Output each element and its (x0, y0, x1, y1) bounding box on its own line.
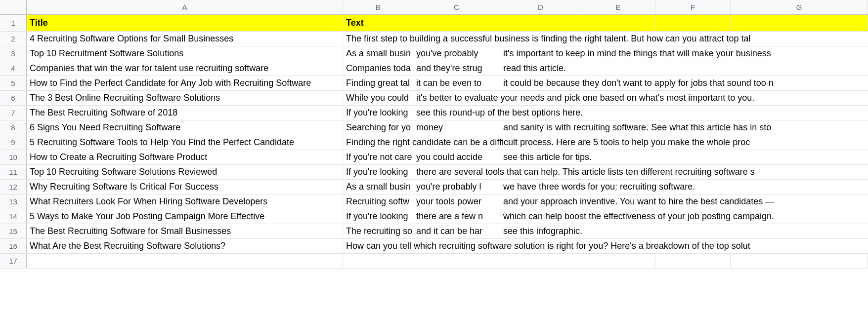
cell[interactable] (343, 254, 413, 268)
cell[interactable]: What Are the Best Recruiting Software So… (27, 239, 343, 253)
row-header[interactable]: 16 (0, 239, 27, 253)
col-header-C[interactable]: C (413, 0, 500, 14)
row-header[interactable]: 7 (0, 106, 27, 120)
row-header[interactable]: 4 (0, 61, 27, 76)
cell[interactable] (500, 15, 581, 31)
cell[interactable] (731, 15, 868, 31)
row-header[interactable]: 2 (0, 32, 27, 46)
table-row: 4Companies that win the war for talent u… (0, 61, 868, 76)
cell[interactable]: read this article. (500, 61, 581, 76)
table-row: 5How to Find the Perfect Candidate for A… (0, 76, 868, 91)
cell[interactable]: and it can be har (413, 224, 500, 238)
cell[interactable] (413, 254, 500, 268)
cell[interactable]: see this infographic. (500, 224, 581, 238)
cell[interactable]: 5 Ways to Make Your Job Posting Campaign… (27, 209, 343, 224)
cell[interactable]: which can help boost the effectiveness o… (500, 209, 581, 224)
cell[interactable]: you've probably (413, 46, 500, 61)
cell[interactable]: While you could (343, 91, 413, 105)
cell[interactable] (731, 254, 868, 268)
cell[interactable]: The first step to building a successful … (343, 32, 413, 46)
cell[interactable]: and your approach inventive. You want to… (500, 194, 581, 209)
row-header[interactable]: 9 (0, 135, 27, 150)
cell[interactable]: it's important to keep in mind the thing… (500, 46, 581, 61)
col-header-F[interactable]: F (655, 0, 731, 14)
row-header[interactable]: 11 (0, 165, 27, 179)
row-header[interactable]: 10 (0, 150, 27, 164)
cell[interactable]: see this round-up of the best options he… (413, 106, 500, 120)
cell[interactable]: The recruiting so (343, 224, 413, 238)
cell[interactable]: and sanity is with recruiting software. … (500, 120, 581, 135)
cell[interactable]: Finding great tal (343, 76, 413, 90)
cell[interactable]: The 3 Best Online Recruiting Software So… (27, 91, 343, 105)
row-header[interactable]: 8 (0, 120, 27, 135)
cell[interactable] (581, 15, 655, 31)
cell[interactable]: it could be because they don't want to a… (500, 76, 581, 90)
table-row: 15The Best Recruiting Software for Small… (0, 224, 868, 239)
cell[interactable]: Top 10 Recruitment Software Solutions (27, 46, 343, 61)
cell[interactable]: 4 Recruiting Software Options for Small … (27, 32, 343, 46)
cell[interactable]: there are several tools that can help. T… (413, 165, 500, 179)
cell[interactable] (413, 15, 500, 31)
col-header-B[interactable]: B (343, 0, 413, 14)
row-header[interactable]: 13 (0, 194, 27, 209)
cell[interactable]: Top 10 Recruiting Software Solutions Rev… (27, 165, 343, 179)
cell[interactable] (27, 254, 343, 268)
cell[interactable]: The Best Recruiting Software of 2018 (27, 106, 343, 120)
table-row: 1TitleText (0, 15, 868, 32)
row-header[interactable]: 12 (0, 180, 27, 194)
row-header[interactable]: 3 (0, 46, 27, 61)
col-header-D[interactable]: D (500, 0, 581, 14)
table-row: 6The 3 Best Online Recruiting Software S… (0, 91, 868, 106)
cell[interactable]: Companies that win the war for talent us… (27, 61, 343, 76)
cell[interactable]: 5 Recruiting Software Tools to Help You … (27, 135, 343, 150)
corner-select-all[interactable] (0, 0, 27, 14)
row-header[interactable]: 15 (0, 224, 27, 238)
cell[interactable]: there are a few n (413, 209, 500, 224)
column-headers: A B C D E F G (0, 0, 868, 15)
cell[interactable]: What Recruiters Look For When Hiring Sof… (27, 194, 343, 209)
table-row: 3Top 10 Recruitment Software SolutionsAs… (0, 46, 868, 61)
table-row: 86 Signs You Need Recruiting SoftwareSea… (0, 120, 868, 135)
cell[interactable]: If you're not care (343, 150, 413, 164)
row-header[interactable]: 1 (0, 15, 27, 31)
cell[interactable]: and they're strug (413, 61, 500, 76)
cell[interactable]: 6 Signs You Need Recruiting Software (27, 120, 343, 135)
col-header-G[interactable]: G (731, 0, 868, 14)
row-header[interactable]: 17 (0, 254, 27, 268)
cell[interactable] (655, 15, 731, 31)
cell[interactable]: your tools power (413, 194, 500, 209)
cell[interactable]: How to Create a Recruiting Software Prod… (27, 150, 343, 164)
cell[interactable]: Why Recruiting Software Is Critical For … (27, 180, 343, 194)
cell[interactable] (581, 254, 655, 268)
cell[interactable]: As a small busin (343, 180, 413, 194)
cell[interactable]: we have three words for you: recruiting … (500, 180, 581, 194)
table-row: 12Why Recruiting Software Is Critical Fo… (0, 180, 868, 194)
cell[interactable] (655, 254, 731, 268)
cell[interactable]: it's better to evaluate your needs and p… (413, 91, 500, 105)
cell[interactable]: Finding the right candidate can be a dif… (343, 135, 413, 150)
row-header[interactable]: 5 (0, 76, 27, 90)
cell[interactable]: How to Find the Perfect Candidate for An… (27, 76, 343, 90)
table-row: 24 Recruiting Software Options for Small… (0, 32, 868, 46)
col-header-A[interactable]: A (27, 0, 343, 14)
cell[interactable]: Companies toda (343, 61, 413, 76)
cell[interactable]: see this article for tips. (500, 150, 581, 164)
cell[interactable]: As a small busin (343, 46, 413, 61)
cell[interactable]: If you're looking (343, 165, 413, 179)
cell[interactable]: If you're looking (343, 209, 413, 224)
cell[interactable]: The Best Recruiting Software for Small B… (27, 224, 343, 238)
row-header[interactable]: 14 (0, 209, 27, 224)
cell[interactable]: money (413, 120, 500, 135)
cell[interactable]: you're probably l (413, 180, 500, 194)
col-header-E[interactable]: E (581, 0, 655, 14)
cell[interactable]: If you're looking (343, 106, 413, 120)
cell[interactable]: Title (27, 15, 343, 31)
cell[interactable]: How can you tell which recruiting softwa… (343, 239, 413, 253)
cell[interactable]: Recruiting softw (343, 194, 413, 209)
cell[interactable]: Searching for yo (343, 120, 413, 135)
cell[interactable] (500, 254, 581, 268)
cell[interactable]: Text (343, 15, 413, 31)
cell[interactable]: you could accide (413, 150, 500, 164)
cell[interactable]: it can be even to (413, 76, 500, 90)
row-header[interactable]: 6 (0, 91, 27, 105)
